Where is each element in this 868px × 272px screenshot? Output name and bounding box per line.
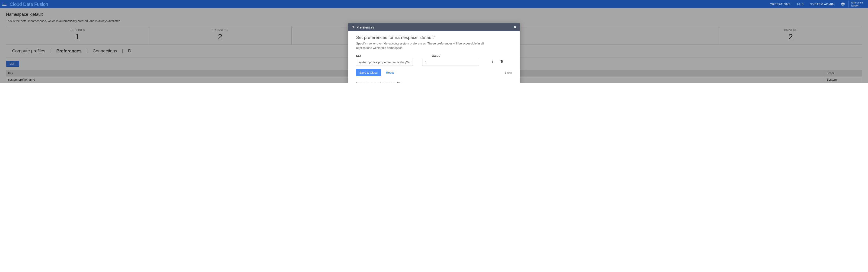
edition-line2: Edition xyxy=(851,4,863,7)
brand-title: Cloud Data Fusion xyxy=(10,2,48,7)
add-row-icon[interactable] xyxy=(491,60,495,65)
modal-header: Preferences ✕ xyxy=(348,23,520,31)
edition-badge: Enterprise Edition xyxy=(848,1,866,8)
value-input[interactable] xyxy=(422,59,479,66)
nav-operations[interactable]: OPERATIONS xyxy=(767,3,794,6)
save-close-button[interactable]: Save & Close xyxy=(356,69,381,76)
modal-body: Set preferences for namespace "default" … xyxy=(348,31,520,83)
modal-description: Specify new or override existing system … xyxy=(356,41,500,50)
key-input[interactable] xyxy=(356,59,413,66)
modal-header-title: Preferences xyxy=(356,26,374,29)
edition-line1: Enterprise xyxy=(851,1,863,4)
menu-icon[interactable] xyxy=(2,2,6,6)
modal-overlay: Preferences ✕ Set preferences for namesp… xyxy=(0,8,868,83)
settings-icon[interactable] xyxy=(838,2,848,6)
topbar: Cloud Data Fusion OPERATIONS HUB SYSTEM … xyxy=(0,0,868,8)
preferences-modal: Preferences ✕ Set preferences for namesp… xyxy=(348,23,520,83)
nav-hub[interactable]: HUB xyxy=(794,3,807,6)
nav-system-admin[interactable]: SYSTEM ADMIN xyxy=(807,3,838,6)
reset-link[interactable]: Reset xyxy=(386,71,394,74)
inherited-title: Inherited preferences (1) xyxy=(356,81,512,83)
key-column-label: KEY xyxy=(356,55,413,57)
modal-title: Set preferences for namespace "default" xyxy=(356,35,512,40)
kv-row xyxy=(356,59,512,66)
wrench-icon xyxy=(351,25,355,29)
close-icon[interactable]: ✕ xyxy=(514,25,517,29)
modal-actions: Save & Close Reset 1 row xyxy=(356,69,512,76)
value-column-label: VALUE xyxy=(431,55,488,57)
row-count-label: 1 row xyxy=(504,71,512,74)
delete-row-icon[interactable] xyxy=(500,60,503,65)
